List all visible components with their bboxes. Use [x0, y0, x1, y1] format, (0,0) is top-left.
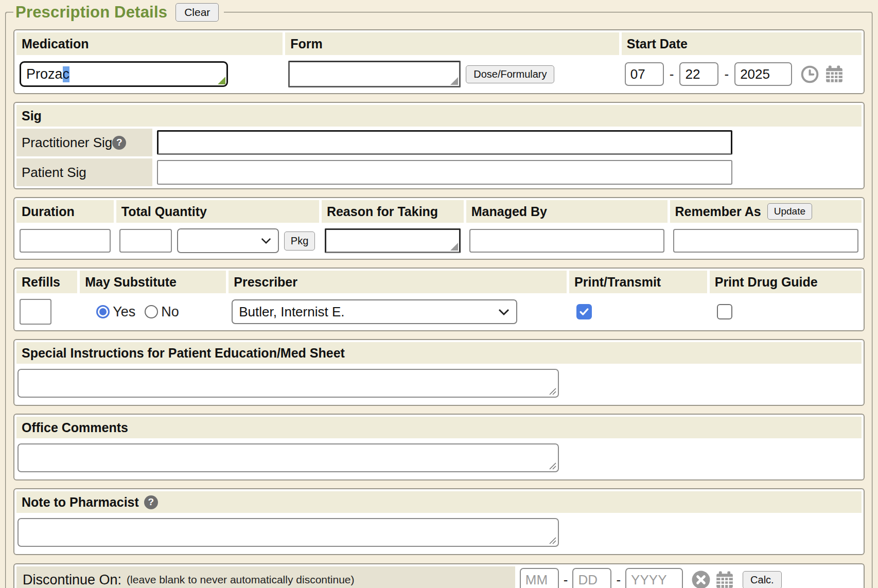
- patient-sig-label: Patient Sig: [22, 165, 86, 181]
- office-comments-textarea[interactable]: [17, 443, 559, 472]
- chevron-down-icon: [260, 237, 272, 244]
- medication-header: Medication: [16, 32, 283, 55]
- date-separator: -: [670, 66, 674, 82]
- print-drug-guide-checkbox[interactable]: [717, 304, 732, 319]
- duration-row-content: Pkg: [16, 225, 862, 257]
- duration-row-section: Duration Total Quantity Reason for Takin…: [13, 197, 865, 260]
- practitioner-sig-help-icon[interactable]: [112, 136, 126, 150]
- clock-icon: [800, 65, 819, 84]
- discontinue-clear-button[interactable]: [691, 570, 711, 588]
- discontinue-day-input[interactable]: [572, 568, 611, 588]
- prescriber-select[interactable]: Butler, Internist E.: [232, 299, 517, 324]
- refills-input[interactable]: [20, 299, 51, 325]
- resize-grip-icon[interactable]: [549, 388, 556, 395]
- substitute-yes-label[interactable]: Yes: [113, 304, 135, 320]
- remember-as-header: Remember As Update: [670, 200, 862, 223]
- autocomplete-corner-handle[interactable]: [218, 77, 225, 84]
- prescriber-selected-value: Butler, Internist E.: [239, 304, 344, 320]
- check-icon: [578, 306, 590, 317]
- managed-by-header: Managed By: [466, 200, 668, 223]
- start-month-input[interactable]: [625, 62, 664, 86]
- dose-formulary-button[interactable]: Dose/Formulary: [466, 65, 554, 83]
- clear-button[interactable]: Clear: [175, 3, 219, 22]
- reason-resize-handle[interactable]: [450, 243, 458, 251]
- quantity-unit-select[interactable]: [177, 228, 279, 253]
- substitute-no-radio[interactable]: [145, 305, 158, 318]
- special-instructions-header: Special Instructions for Patient Educati…: [16, 342, 862, 364]
- practitioner-sig-row: Practitioner Sig: [16, 129, 862, 156]
- refills-row-section: Refills May Substitute Prescriber Print/…: [13, 268, 865, 331]
- date-separator: -: [616, 572, 621, 588]
- resize-grip-icon[interactable]: [549, 462, 556, 470]
- office-comments-section: Office Comments: [13, 414, 865, 480]
- total-quantity-input[interactable]: [119, 229, 172, 253]
- practitioner-sig-label-cell: Practitioner Sig: [16, 129, 152, 156]
- practitioner-sig-input[interactable]: [157, 130, 732, 155]
- total-quantity-header: Total Quantity: [116, 200, 319, 223]
- calendar-icon: [824, 64, 844, 84]
- fieldset-legend: Prescription Details Clear: [13, 3, 224, 22]
- discontinue-hint: (leave blank to never automatically disc…: [127, 574, 354, 586]
- reason-input[interactable]: [325, 228, 461, 253]
- medication-row-headers: Medication Form Start Date: [16, 32, 862, 55]
- date-separator: -: [564, 572, 568, 588]
- print-transmit-checkbox[interactable]: [576, 304, 592, 319]
- discontinue-section: Discontinue On: (leave blank to never au…: [13, 563, 865, 588]
- discontinue-label-cell: Discontinue On: (leave blank to never au…: [16, 566, 515, 588]
- discontinue-calendar-button[interactable]: [715, 570, 734, 588]
- managed-by-input[interactable]: [469, 229, 664, 253]
- start-date-calendar-button[interactable]: [824, 64, 844, 84]
- sig-header: Sig: [16, 105, 862, 127]
- note-to-pharmacist-help-icon[interactable]: [144, 495, 158, 509]
- discontinue-year-input[interactable]: [625, 568, 683, 588]
- sig-section: Sig Practitioner Sig Patient Sig: [13, 102, 865, 189]
- discontinue-month-input[interactable]: [520, 568, 559, 588]
- form-resize-handle[interactable]: [450, 77, 458, 85]
- special-instructions-textarea[interactable]: [17, 369, 559, 398]
- patient-sig-input[interactable]: [157, 160, 732, 185]
- refills-row-headers: Refills May Substitute Prescriber Print/…: [16, 271, 862, 293]
- prescription-details-fieldset: Prescription Details Clear Medication Fo…: [5, 3, 873, 588]
- patient-sig-label-cell: Patient Sig: [16, 158, 152, 186]
- update-button[interactable]: Update: [767, 203, 812, 220]
- note-to-pharmacist-section: Note to Pharmacist: [13, 488, 865, 555]
- discontinue-label: Discontinue On:: [23, 572, 121, 588]
- start-day-input[interactable]: [679, 62, 718, 86]
- reason-header: Reason for Taking: [322, 200, 464, 223]
- refills-row-content: Yes No Butler, Internist E.: [16, 295, 862, 328]
- date-separator: -: [724, 66, 729, 82]
- discontinue-fields: - - Calc.: [518, 568, 782, 588]
- note-to-pharmacist-textarea[interactable]: [17, 518, 559, 547]
- duration-input[interactable]: [20, 229, 111, 253]
- may-substitute-radio-group: Yes No: [83, 304, 179, 320]
- page-title: Prescription Details: [15, 3, 167, 22]
- note-to-pharmacist-label: Note to Pharmacist: [22, 495, 139, 510]
- medication-row-section: Medication Form Start Date Prozac Dose/F…: [13, 29, 865, 94]
- special-instructions-section: Special Instructions for Patient Educati…: [13, 339, 865, 406]
- x-circle-icon: [691, 570, 711, 588]
- substitute-yes-radio[interactable]: [96, 305, 110, 318]
- duration-row-headers: Duration Total Quantity Reason for Takin…: [16, 200, 862, 223]
- start-date-header: Start Date: [622, 32, 862, 55]
- practitioner-sig-label: Practitioner Sig: [22, 135, 112, 151]
- substitute-no-label[interactable]: No: [161, 304, 179, 320]
- duration-header: Duration: [16, 200, 114, 223]
- start-year-input[interactable]: [734, 62, 792, 86]
- resize-grip-icon[interactable]: [549, 537, 556, 544]
- medication-input[interactable]: Prozac: [20, 61, 228, 87]
- medication-row-content: Prozac Dose/Formulary - -: [16, 57, 862, 91]
- medication-input-selected-text: c: [63, 66, 70, 82]
- form-header: Form: [285, 32, 619, 55]
- office-comments-header: Office Comments: [16, 417, 862, 438]
- print-transmit-header: Print/Transmit: [569, 271, 707, 293]
- form-input[interactable]: [288, 61, 461, 87]
- calc-button[interactable]: Calc.: [743, 571, 782, 588]
- calendar-icon: [715, 570, 734, 588]
- prescriber-header: Prescriber: [229, 271, 567, 293]
- pkg-button[interactable]: Pkg: [284, 231, 315, 251]
- remember-as-input[interactable]: [673, 229, 858, 253]
- note-to-pharmacist-header: Note to Pharmacist: [16, 491, 862, 513]
- refills-header: Refills: [16, 271, 77, 293]
- start-date-time-button[interactable]: [800, 65, 819, 84]
- chevron-down-icon: [498, 308, 510, 316]
